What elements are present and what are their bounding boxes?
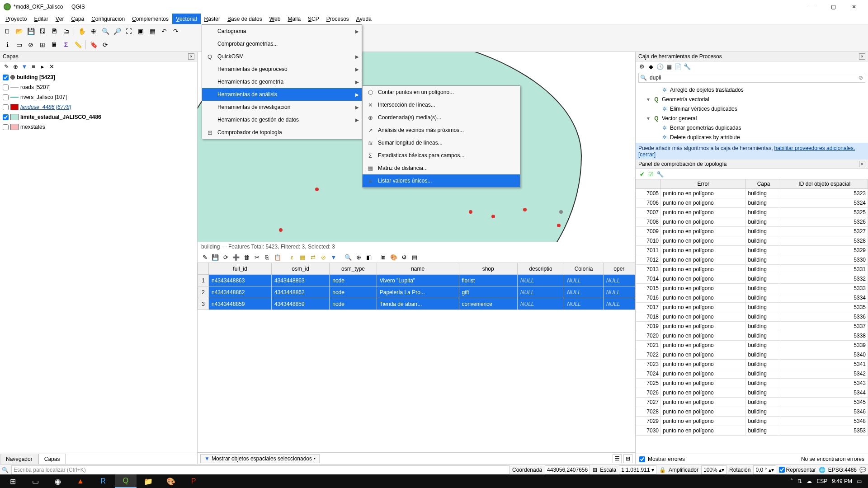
menu-item[interactable]: Herramientas de geometría▶ [202,75,362,88]
filter-dropdown[interactable]: ▼ Mostrar objetos espaciales seleccionad… [200,454,320,463]
menu-item[interactable]: ΣEstadísticas básicas para campos... [363,149,520,162]
menu-capa[interactable]: Capa [67,14,88,24]
maximize-button[interactable]: ▢ [823,0,844,14]
table-cell[interactable]: NULL [517,286,564,298]
table-row[interactable]: 7012punto no en polígonobuilding5330 [636,255,868,265]
pan-icon[interactable]: ✋ [76,26,87,37]
table-cell[interactable]: 4343448859 [271,298,329,310]
menu-item[interactable]: Cartograma▶ [202,25,362,38]
menu-item[interactable]: Herramientas de análisis▶ [202,88,362,101]
zoom-in-icon[interactable]: 🔍 [100,26,111,37]
search-input[interactable] [648,75,857,81]
style-icon[interactable]: ✎ [3,63,10,70]
table-row[interactable]: 7020punto no en polígonobuilding5338 [636,331,868,341]
table-cell[interactable]: NULL [564,286,603,298]
table-cell[interactable]: Tienda de abarr... [377,298,459,310]
panel-close-icon[interactable]: × [859,53,865,60]
menu-item[interactable]: Herramientas de investigación▶ [202,101,362,113]
crs-icon[interactable]: 🌐 [819,467,826,473]
table-row[interactable]: 7005punto no en polígonobuilding5323 [636,189,868,198]
table-view-icon[interactable]: ⊞ [623,454,632,463]
open-project-icon[interactable]: 📂 [14,26,24,37]
zoom-next-icon[interactable]: ↷ [170,26,181,37]
zoom-sel-icon[interactable]: 🔍 [344,253,353,262]
locator-input[interactable]: Escriba para localizar (Ctrl+K) [11,465,509,474]
show-errors-checkbox[interactable] [639,456,645,462]
table-row[interactable]: 7025punto no en polígonobuilding5343 [636,379,868,388]
table-row[interactable]: 7007punto no en polígonobuilding5325 [636,208,868,217]
toolbox-item[interactable]: ✲Borrar geometrías duplicadas [637,123,866,132]
add-group-icon[interactable]: ⊕ [12,63,19,70]
bookmark-icon[interactable]: 🔖 [88,39,99,50]
copy-icon[interactable]: ⎘ [263,253,272,262]
highlight-icon[interactable]: ◧ [364,253,373,262]
menu-configuración[interactable]: Configuración [88,14,128,24]
layers-tree[interactable]: building [5423]roads [5207]rivers_Jalisc… [0,71,197,452]
table-row[interactable]: 7015punto no en polígonobuilding5333 [636,284,868,293]
menu-editar[interactable]: Editar [30,14,52,24]
dropbox-icon[interactable]: ⇅ [797,478,802,484]
zoom-out-icon[interactable]: 🔎 [112,26,123,37]
table-cell[interactable]: Papelería La Pro... [377,286,459,298]
table-cell[interactable]: 4343448862 [271,286,329,298]
toolbox-item[interactable]: ✲Arreglo de objetos trasladados [637,85,866,94]
actions-icon[interactable]: ⚙ [400,253,409,262]
extents-icon[interactable]: ⊞ [593,467,597,473]
layer-item[interactable]: roads [5207] [0,82,197,92]
collapse-icon[interactable]: ▸ [39,63,46,70]
table-cell[interactable]: convenience [459,298,517,310]
brave-icon[interactable]: ▲ [70,474,91,488]
pan-sel-icon[interactable]: ⊕ [354,253,363,262]
menu-item[interactable]: Herramientas de geoproceso▶ [202,63,362,75]
panel-close-icon[interactable]: × [188,53,194,60]
table-cell[interactable]: NULL [603,286,635,298]
table-row[interactable]: 7026punto no en polígonobuilding5344 [636,388,868,398]
language-indicator[interactable]: ESP [816,478,827,484]
toolbox-item[interactable]: ✲Eliminar vértices duplicados [637,104,866,113]
enable-providers-link[interactable]: habilitar proveedores adicionales. [774,145,855,151]
table-row[interactable]: 7013punto no en polígonobuilding5331 [636,265,868,274]
menu-item[interactable]: QQuickOSM▶ [202,50,362,63]
table-row[interactable]: 7014punto no en polígonobuilding5332 [636,274,868,284]
table-cell[interactable]: NULL [564,275,603,286]
layer-item[interactable]: landuse_4486 [6778] [0,102,197,112]
zoom-layer-icon[interactable]: ▦ [147,26,158,37]
menu-scp[interactable]: SCP [304,14,323,24]
rstudio-icon[interactable]: R [92,474,114,488]
table-cell[interactable]: NULL [603,275,635,286]
column-header[interactable]: Colonia [564,263,603,275]
table-row[interactable]: 7024punto no en polígonobuilding5342 [636,369,868,379]
layer-item[interactable]: rivers_Jalisco [107] [0,92,197,102]
edit-script-icon[interactable]: 📄 [675,63,682,70]
vector-menu[interactable]: Cartograma▶Comprobar geometrías...QQuick… [202,24,362,139]
taskview-icon[interactable]: ▭ [24,474,46,488]
table-row[interactable]: 7010punto no en polígonobuilding5328 [636,236,868,246]
calc-icon[interactable]: 🖩 [49,39,60,50]
gear-icon[interactable]: ⚙ [638,63,646,70]
table-row[interactable]: 7011punto no en polígonobuilding5329 [636,246,868,255]
column-header[interactable]: name [377,263,459,275]
column-header[interactable]: full_id [209,263,272,275]
column-header[interactable]: shop [459,263,517,275]
menu-item[interactable]: Herramientas de gestión de datos▶ [202,113,362,126]
toolbox-item[interactable]: ▾QVector general [637,113,866,123]
menu-ráster[interactable]: Ráster [201,14,224,24]
select-all-icon[interactable]: ▦ [298,253,307,262]
table-cell[interactable]: n4343448862 [209,286,272,298]
menu-proyecto[interactable]: Proyecto [2,14,30,24]
column-header[interactable]: Error [661,179,746,189]
filter-icon[interactable]: ▼ [21,63,28,70]
stats-icon[interactable]: Σ [61,39,71,50]
dock-icon[interactable]: ▤ [410,253,419,262]
table-row[interactable]: 7027punto no en polígonobuilding5345 [636,398,868,407]
table-row[interactable]: 7023punto no en polígonobuilding5341 [636,360,868,369]
menu-base de datos[interactable]: Base de datos [224,14,266,24]
minimize-button[interactable]: — [802,0,823,14]
table-row[interactable]: 7029punto no en polígonobuilding5348 [636,417,868,426]
menu-item[interactable]: ⊞Comprobador de topología [202,126,362,139]
table-cell[interactable]: n4343448863 [209,275,272,286]
column-header[interactable]: oper [603,263,635,275]
invert-sel-icon[interactable]: ⇄ [308,253,317,262]
cut-icon[interactable]: ✂ [252,253,261,262]
powerpoint-icon[interactable]: P [183,474,204,488]
